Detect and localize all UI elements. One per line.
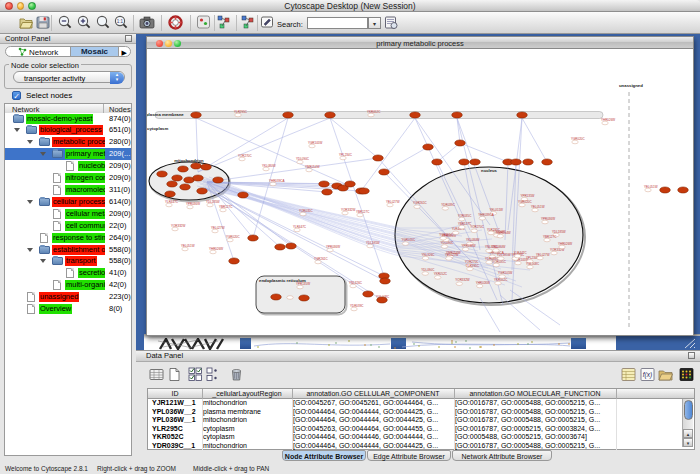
svg-text:1:1: 1:1	[117, 19, 124, 24]
svg-text:YLR447C: YLR447C	[165, 200, 179, 204]
svg-text:YGR105W: YGR105W	[498, 271, 513, 275]
svg-text:mitochondrion: mitochondrion	[174, 158, 204, 163]
svg-text:YPR036W: YPR036W	[326, 245, 340, 249]
svg-text:YHR039CA: YHR039CA	[269, 179, 285, 183]
svg-text:endoplasmic reticulum: endoplasmic reticulum	[259, 278, 306, 283]
svg-text:YHR026W: YHR026W	[601, 118, 615, 122]
svg-text:YGR020C: YGR020C	[226, 235, 241, 239]
svg-text:YNL326C: YNL326C	[349, 281, 363, 285]
svg-text:YKR052C: YKR052C	[434, 272, 448, 276]
svg-text:YPL234C: YPL234C	[339, 153, 353, 157]
svg-text:plasma membrane: plasma membrane	[147, 112, 184, 117]
svg-text:YOR270C: YOR270C	[470, 225, 485, 229]
svg-text:YGR261C: YGR261C	[439, 233, 454, 237]
svg-text:YOR035C: YOR035C	[299, 209, 314, 213]
svg-text:YEL051W: YEL051W	[489, 208, 503, 212]
svg-text:unassigned: unassigned	[619, 83, 643, 88]
svg-text:YOR270C: YOR270C	[238, 154, 253, 158]
svg-text:YEL051W: YEL051W	[181, 244, 195, 248]
svg-text:YLR295C: YLR295C	[466, 264, 480, 268]
svg-text:YDR039C: YDR039C	[350, 304, 364, 308]
svg-text:f(x): f(x)	[643, 371, 652, 379]
svg-text:YOR035C: YOR035C	[458, 214, 473, 218]
svg-text:YEL027W: YEL027W	[445, 253, 459, 257]
svg-text:YBR127C: YBR127C	[219, 205, 233, 209]
svg-text:YEL027W: YEL027W	[536, 253, 550, 257]
svg-text:YGL008C: YGL008C	[526, 262, 540, 266]
svg-text:YGR105W: YGR105W	[308, 141, 323, 145]
svg-text:YGR020C: YGR020C	[571, 137, 586, 141]
svg-text:YKR052C: YKR052C	[367, 110, 381, 114]
svg-text:YEL027W: YEL027W	[211, 226, 225, 230]
svg-text:YOR332W: YOR332W	[455, 278, 470, 282]
svg-text:YHR026W: YHR026W	[209, 247, 223, 251]
svg-text:YEL027W: YEL027W	[386, 200, 400, 204]
svg-text:nucleus: nucleus	[481, 168, 497, 173]
svg-text:YGR261C: YGR261C	[314, 257, 329, 261]
svg-text:YDL090C: YDL090C	[296, 157, 310, 161]
svg-text:YPR036W: YPR036W	[462, 244, 476, 248]
svg-text:YKL080W: YKL080W	[262, 164, 276, 168]
svg-text:YDL090C: YDL090C	[441, 241, 455, 245]
svg-text:YGR020C: YGR020C	[518, 200, 533, 204]
svg-text:YGR261C: YGR261C	[413, 201, 428, 205]
svg-text:YDR039C: YDR039C	[441, 203, 455, 207]
svg-text:YLR295C: YLR295C	[487, 228, 501, 232]
svg-text:YHR026W: YHR026W	[476, 281, 490, 285]
svg-text:YDL185W: YDL185W	[497, 253, 511, 257]
svg-text:YDR039C: YDR039C	[485, 257, 499, 261]
svg-text:YPR036W: YPR036W	[541, 217, 555, 221]
svg-text:YEL051W: YEL051W	[531, 205, 545, 209]
svg-text:YEL051W: YEL051W	[644, 185, 658, 189]
svg-text:YHR026W: YHR026W	[558, 242, 572, 246]
svg-text:YPR135W: YPR135W	[520, 194, 534, 198]
svg-text:YKL080W: YKL080W	[466, 238, 480, 242]
svg-text:YNL326C: YNL326C	[422, 253, 436, 257]
svg-text:YKL080W: YKL080W	[492, 245, 506, 249]
svg-text:YDL185W: YDL185W	[206, 200, 220, 204]
svg-text:cytoplasm: cytoplasm	[147, 126, 168, 131]
svg-text:YLR447C: YLR447C	[293, 225, 307, 229]
svg-text:YHR039CA: YHR039CA	[478, 213, 494, 217]
svg-text:YOR332W: YOR332W	[171, 224, 186, 228]
svg-text:YLR295C: YLR295C	[234, 110, 248, 114]
svg-text:YBR127C: YBR127C	[356, 210, 370, 214]
svg-text:YLR447C: YLR447C	[514, 251, 528, 255]
svg-text:YDL185W: YDL185W	[552, 230, 566, 234]
svg-text:YOR332W: YOR332W	[341, 208, 356, 212]
svg-text:YGR020C: YGR020C	[402, 238, 417, 242]
svg-text:YDL185W: YDL185W	[366, 241, 380, 245]
svg-text:YBR127C: YBR127C	[543, 235, 557, 239]
svg-text:YPR036W: YPR036W	[186, 202, 200, 206]
svg-text:YMR054W: YMR054W	[305, 165, 320, 169]
